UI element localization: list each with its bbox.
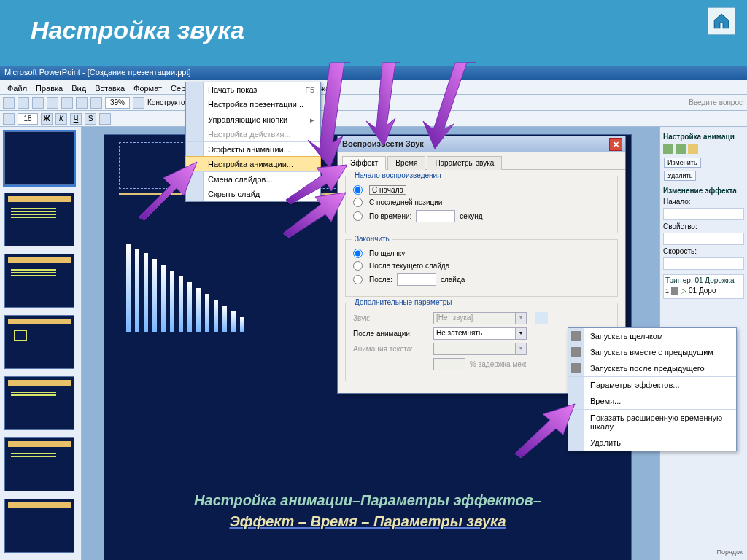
close-icon: ✕ — [613, 140, 619, 149]
home-icon[interactable] — [688, 144, 698, 154]
menu-item[interactable]: Скрыть слайд — [186, 187, 320, 201]
slide-thumbnail[interactable] — [4, 315, 74, 369]
radio-from-start-label: С начала — [369, 185, 406, 195]
radio-from-start[interactable] — [353, 185, 363, 195]
toolbar-icon[interactable] — [47, 97, 58, 109]
toolbar-icon[interactable] — [76, 97, 88, 109]
dialog-tab[interactable]: Параметры звука — [427, 156, 502, 170]
volume-icon[interactable] — [535, 312, 548, 324]
menu-файл[interactable]: Файл — [3, 82, 31, 94]
thumbnail-panel[interactable] — [0, 127, 82, 560]
menu-формат[interactable]: Формат — [129, 82, 166, 94]
after-spinner[interactable] — [397, 273, 436, 286]
toolbar-main: 39% Конструктор Создать слайд Введите во… — [0, 95, 747, 111]
radio-from-last[interactable] — [353, 198, 363, 207]
sound-label: Звук: — [353, 314, 429, 322]
row-speed-label: Скорость: — [663, 247, 744, 255]
toolbar-icon[interactable] — [32, 97, 44, 109]
delay-spinner[interactable] — [433, 358, 465, 370]
context-item[interactable]: Параметры эффектов... — [568, 376, 736, 393]
slide-thumbnail[interactable] — [4, 499, 74, 553]
row-speed-field[interactable] — [663, 257, 744, 270]
toolbar-format: 18 Ж К Ч S — [0, 111, 747, 127]
italic-icon[interactable]: К — [55, 113, 67, 125]
context-item[interactable]: Показать расширенную временную шкалу — [568, 409, 736, 435]
sound-dropdown[interactable]: [Нет звука]▾ — [433, 312, 527, 324]
text-anim-dropdown[interactable]: ▾ — [433, 343, 527, 355]
row-prop-field[interactable] — [663, 233, 744, 245]
menu-item[interactable]: Начать показF5 — [186, 82, 320, 97]
toolbar-icon[interactable] — [99, 113, 111, 125]
toolbar-icon[interactable] — [61, 97, 73, 109]
menu-вставка[interactable]: Вставка — [90, 82, 129, 94]
group-start-label: Начало воспроизведения — [352, 171, 444, 179]
menu-item[interactable]: Настройка анимации... — [185, 156, 321, 172]
menubar[interactable]: ФайлПравкаВидВставкаФорматСервисПоказ сл… — [0, 80, 747, 95]
radio-onclick[interactable] — [353, 249, 363, 258]
context-item[interactable]: Запускать щелчком — [568, 328, 736, 344]
toolbar-icon[interactable] — [3, 113, 15, 125]
dialog-tabs[interactable]: ЭффектВремяПараметры звука — [338, 155, 625, 170]
radio-from-last-label: С последней позиции — [369, 198, 442, 206]
radio-after-current[interactable] — [353, 261, 363, 271]
caption-line1: Настройка анимации–Параметры эффектов– — [119, 492, 616, 509]
menu-item[interactable]: Настройка презентации... — [186, 97, 320, 112]
forward-icon[interactable] — [676, 144, 686, 154]
context-item[interactable]: Удалить — [568, 435, 736, 451]
page-title: Настройка звука — [31, 16, 244, 44]
row-start-field[interactable] — [663, 208, 744, 220]
radio-after-n[interactable] — [353, 275, 363, 284]
dialog-titlebar[interactable]: Воспроизвести Звук ✕ — [338, 136, 625, 152]
after-unit: слайда — [441, 276, 465, 284]
app-titlebar: Microsoft PowerPoint - [Создание презент… — [0, 66, 747, 80]
underline-icon[interactable]: Ч — [70, 113, 82, 125]
menu-item[interactable]: Эффекты анимации... — [186, 141, 320, 157]
trigger-item[interactable]: 01 Доро — [689, 287, 716, 295]
context-item[interactable]: Запускать после предыдущего — [568, 360, 736, 376]
home-button[interactable] — [708, 7, 735, 35]
context-item[interactable]: Время... — [568, 393, 736, 409]
context-item[interactable]: Запускать вместе с предыдущим — [568, 344, 736, 360]
fontsize-field[interactable]: 18 — [18, 113, 38, 125]
bold-icon[interactable]: Ж — [41, 113, 53, 125]
home-icon — [712, 12, 731, 31]
btn-change[interactable]: Изменить — [664, 158, 701, 168]
dialog-title: Воспроизвести Звук — [342, 139, 424, 148]
slide-thumbnail[interactable] — [4, 254, 74, 308]
time-spinner[interactable] — [416, 210, 455, 222]
menu-item[interactable]: Управляющие кнопки▸ — [186, 112, 320, 127]
radio-onclick-label: По щелчку — [369, 249, 405, 257]
slideshow-menu[interactable]: Начать показF5Настройка презентации...Уп… — [185, 82, 321, 202]
animation-context-menu[interactable]: Запускать щелчкомЗапускать вместе с пред… — [568, 327, 737, 451]
toolbar-icon[interactable] — [18, 97, 29, 109]
group-end-label: Закончить — [352, 235, 392, 243]
btn-delete[interactable]: Удалить — [664, 171, 696, 181]
zoom-field[interactable]: 39% — [105, 97, 130, 109]
close-button[interactable]: ✕ — [609, 138, 622, 151]
taskpane-title: Настройка анимаци — [663, 133, 744, 141]
slide-thumbnail[interactable] — [4, 438, 74, 491]
back-icon[interactable] — [663, 144, 673, 154]
ask-question-field[interactable]: Введите вопрос — [689, 98, 743, 106]
menu-вид[interactable]: Вид — [67, 82, 90, 94]
section-label: Изменение эффекта — [663, 187, 744, 195]
radio-by-time[interactable] — [353, 211, 363, 221]
toolbar-icon[interactable] — [90, 97, 102, 109]
after-prev-icon — [571, 363, 581, 373]
radio-after-n-label: После: — [369, 276, 392, 284]
toolbar-icon[interactable] — [3, 97, 15, 109]
dialog-tab[interactable]: Время — [387, 156, 425, 170]
order-label: Порядок — [717, 548, 743, 556]
slide-thumbnail[interactable] — [4, 376, 74, 430]
after-anim-dropdown[interactable]: Не затемнять▾ — [433, 327, 527, 340]
btn-constructor[interactable]: Конструктор — [147, 98, 189, 106]
toolbar-icon[interactable] — [133, 97, 144, 109]
menu-правка[interactable]: Правка — [31, 82, 67, 94]
slide-thumbnail[interactable] — [4, 192, 74, 246]
menu-item[interactable]: Смена слайдов... — [186, 171, 320, 187]
time-unit: секунд — [460, 212, 482, 220]
dialog-tab[interactable]: Эффект — [342, 156, 386, 170]
slide-thumbnail[interactable] — [4, 131, 74, 185]
row-prop-label: Свойство: — [663, 222, 744, 230]
shadow-icon[interactable]: S — [85, 113, 96, 125]
